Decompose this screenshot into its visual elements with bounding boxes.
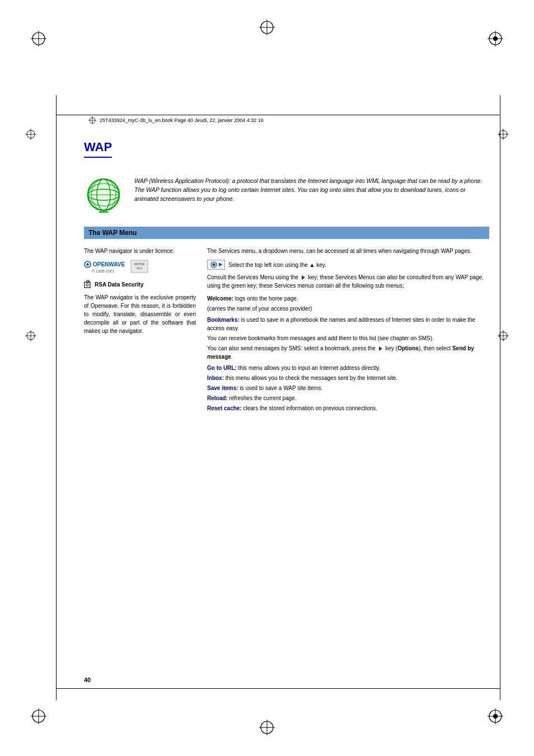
select-instruction: Select the top left icon using the ▲ key… xyxy=(228,261,326,269)
svg-point-41 xyxy=(88,179,119,210)
left-intro-text: The WAP navigator is under licence: xyxy=(84,247,196,255)
openwave-logo-text: OPENWAVE xyxy=(84,260,125,269)
wap-title-section: WAP xyxy=(84,140,489,168)
reg-mark-bottom-center xyxy=(259,720,275,736)
svg-text:OLA: OLA xyxy=(137,266,143,270)
reload-term: Reload: xyxy=(207,395,228,401)
options-key-icon xyxy=(377,345,384,352)
left-column: The WAP navigator is under licence: OPEN… xyxy=(84,247,196,414)
services-intro: The Services menu, a dropdown menu, can … xyxy=(207,247,489,255)
services-menu-icon xyxy=(210,261,218,268)
crosshair-right-top xyxy=(498,129,509,141)
welcome-desc: logs onto the home page. xyxy=(235,295,298,302)
menu-item-reload: Reload: refreshes the current page. xyxy=(207,394,489,402)
reg-mark-top-center xyxy=(259,20,275,36)
nav-key-icon xyxy=(300,274,307,281)
send-by-message-term: Send by message xyxy=(207,345,474,360)
svg-point-9 xyxy=(493,36,498,41)
inbox-desc: this menu allows you to check the messag… xyxy=(226,375,397,381)
globe-svg xyxy=(85,177,123,213)
two-column-layout: The WAP navigator is under licence: OPEN… xyxy=(84,247,489,414)
menu-item-reset-cache: Reset cache: clears the stored informati… xyxy=(207,404,489,412)
wap-globe-icon xyxy=(84,177,123,213)
logos-area: OPENWAVE © 1995-2001 MOTOR OLA xyxy=(84,260,196,275)
save-items-desc: is used to save a WAP site items. xyxy=(240,385,322,391)
rule-bottom xyxy=(56,688,500,689)
menu-item-inbox: Inbox: this menu allows you to check the… xyxy=(207,374,489,382)
reg-mark-bottom-left xyxy=(31,708,46,725)
menu-item-bookmarks-send: You can also send messages by SMS: selec… xyxy=(207,344,489,361)
rule-left xyxy=(56,95,57,700)
wap-title: WAP xyxy=(84,140,112,158)
svg-point-19 xyxy=(493,714,498,719)
menu-item-save-items: Save items: is used to save a WAP site i… xyxy=(207,384,489,392)
openwave-sub-text: © 1995-2001 xyxy=(92,269,125,275)
main-content: WAP xyxy=(84,140,489,414)
goto-url-desc: this menu allows you to input an Interne… xyxy=(238,365,381,371)
save-items-term: Save items: xyxy=(207,385,238,391)
menu-item-bookmarks: Bookmarks: is used to save in a phoneboo… xyxy=(207,316,489,332)
inbox-term: Inbox: xyxy=(207,375,224,381)
page: 25T433924_myC-3b_lu_en.book Page 40 Jeud… xyxy=(0,0,534,756)
crosshair-right-mid xyxy=(498,330,509,342)
openwave-badge: MOTOR OLA xyxy=(130,260,148,275)
menu-item-welcome: Welcome: logs onto the home page. xyxy=(207,294,489,303)
select-instruction-row: ▶ Select the top left icon using the ▲ k… xyxy=(207,260,489,270)
wap-description: WAP (Wireless Application Protocol): a p… xyxy=(134,177,489,213)
crosshair-left-mid xyxy=(25,330,36,342)
menu-items-list: Welcome: logs onto the home page. (carri… xyxy=(207,294,489,412)
rsa-logo-area: RSA Data Security xyxy=(84,280,196,289)
rule-right xyxy=(500,95,500,700)
page-number: 40 xyxy=(84,677,91,683)
openwave-logo: OPENWAVE © 1995-2001 xyxy=(84,260,125,275)
rsa-logo: RSA Data Security xyxy=(84,280,143,289)
openwave-symbol-icon xyxy=(84,261,91,268)
openwave-badge-svg: MOTOR OLA xyxy=(130,260,148,273)
crosshair-inline-icon xyxy=(88,116,96,124)
rsa-icon xyxy=(84,280,93,289)
wap-intro-section: WAP (Wireless Application Protocol): a p… xyxy=(84,177,489,213)
menu-item-access-provider: (carries the name of your access provide… xyxy=(207,304,489,313)
reg-mark-top-left xyxy=(31,31,46,48)
wap-menu-section: The WAP Menu The WAP navigator is under … xyxy=(84,227,489,414)
svg-point-49 xyxy=(86,284,88,286)
file-info-bar: 25T433924_myC-3b_lu_en.book Page 40 Jeud… xyxy=(84,115,478,125)
menu-item-bookmarks-sms: You can receive bookmarks from messages … xyxy=(207,334,489,342)
goto-url-term: Go to URL: xyxy=(207,365,237,371)
services-menu-label: ▶ xyxy=(219,261,222,268)
reg-mark-bottom-right xyxy=(488,708,503,725)
crosshair-left-top xyxy=(25,129,36,141)
menu-item-goto-url: Go to URL: this menu allows you to input… xyxy=(207,364,489,372)
svg-text:MOTOR: MOTOR xyxy=(134,262,145,266)
consult-text: Consult the Services Menu using the key;… xyxy=(207,273,489,290)
rsa-label: RSA Data Security xyxy=(95,280,143,289)
left-body-text: The WAP navigator is the exclusive prope… xyxy=(84,293,196,335)
options-term: Options xyxy=(397,345,419,351)
bookmarks-term: Bookmarks: xyxy=(207,317,240,323)
reset-cache-term: Reset cache: xyxy=(207,405,242,411)
services-icon-box: ▶ xyxy=(207,260,225,270)
right-column: The Services menu, a dropdown menu, can … xyxy=(207,247,489,414)
wap-menu-header: The WAP Menu xyxy=(84,227,489,239)
reset-cache-desc: clears the stored information on previou… xyxy=(243,405,377,411)
reg-mark-top-right xyxy=(488,31,503,48)
reload-desc: refreshes the current page. xyxy=(229,395,296,401)
bookmarks-desc: is used to save in a phonebook the names… xyxy=(207,317,475,331)
welcome-term: Welcome: xyxy=(207,295,233,302)
file-info-text: 25T433924_myC-3b_lu_en.book Page 40 Jeud… xyxy=(100,118,264,123)
